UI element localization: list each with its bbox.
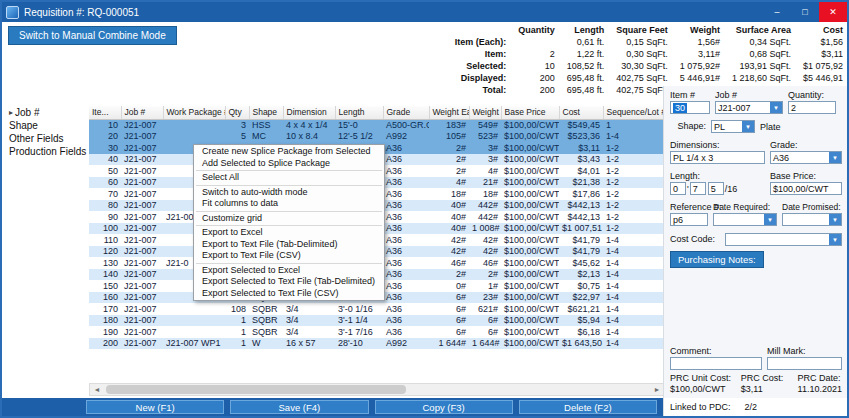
grid-cell[interactable]: 621# [469,303,501,315]
grid-cell[interactable]: A36 [383,257,429,269]
grid-cell[interactable]: 4# [469,165,501,177]
grid-cell[interactable]: $621,21 [559,303,603,315]
grid-cell[interactable]: 1 008# [469,223,501,235]
grid-cell[interactable]: 4# [429,177,469,189]
grid-cell[interactable]: 21# [469,177,501,189]
grid-cell[interactable]: A36 [383,269,429,281]
chevron-down-icon[interactable]: ▼ [770,102,782,113]
grid-cell[interactable]: SQBR [249,326,283,338]
grid-cell[interactable]: 1-2 [603,154,664,166]
grid-cell[interactable]: A36 [383,223,429,235]
grid-cell[interactable]: A36 [383,177,429,189]
grid-cell[interactable]: $3,11 [559,142,603,154]
grid-cell[interactable]: 1-2 [603,211,664,223]
grid-cell[interactable]: 120 [89,246,121,258]
grid-cell[interactable]: A36 [383,154,429,166]
grid-cell[interactable]: 1 644# [469,338,501,350]
grid-cell[interactable]: J21-007 [121,188,163,200]
minimize-button[interactable]: – [763,2,791,22]
grid-cell[interactable]: HSS [249,119,283,131]
context-menu-item-create-new-splice-package-from-selected[interactable]: Create new Splice Package from Selected [194,146,384,158]
grid-cell[interactable]: A36 [383,234,429,246]
chevron-down-icon[interactable]: ▼ [764,214,776,225]
grid-cell[interactable]: 90 [89,211,121,223]
column-header-weight[interactable]: Weight [469,106,501,119]
grid-cell[interactable]: 200 [89,338,121,350]
context-menu-item-export-selected-to-text-file-tab-delimited[interactable]: Export Selected to Text File (Tab-Delimi… [194,276,384,288]
grid-cell[interactable]: 170 [89,303,121,315]
scroll-right-icon[interactable]: ► [650,384,664,395]
column-header-ite[interactable]: Ite... [89,106,121,119]
item-number-field[interactable]: 30 [670,101,710,114]
chevron-down-icon[interactable]: ▼ [829,234,841,245]
context-menu-item-select-all[interactable]: Select All [194,172,384,184]
grid-cell[interactable]: $1 007,51 [559,223,603,235]
grid-cell[interactable]: J21-007 [121,315,163,327]
column-header-job[interactable]: Job # [121,106,163,119]
linked-to-pdc-value[interactable]: 2/2 [745,402,758,412]
grid-cell[interactable]: J21-007 [121,142,163,154]
grid-cell[interactable]: A36 [383,165,429,177]
grid-cell[interactable]: 6# [469,315,501,327]
grid-cell[interactable]: 2# [469,269,501,281]
grid-cell[interactable]: 1-2 [603,200,664,212]
grid-cell[interactable]: $100,00/CWT [501,234,559,246]
grid-cell[interactable]: $100,00/CWT [501,200,559,212]
grid-cell[interactable] [163,326,225,338]
grid-cell[interactable]: 1-2 [603,142,664,154]
grid-cell[interactable]: 12'-5 1/2 [335,131,383,143]
grid-cell[interactable]: 130 [89,257,121,269]
grid-cell[interactable]: 18# [429,188,469,200]
grid-cell[interactable]: $100,00/CWT [501,177,559,189]
context-menu-item-fit-columns-to-data[interactable]: Fit columns to data [194,198,384,210]
grid-cell[interactable]: 1-4 [603,338,664,350]
grid-cell[interactable]: 6# [429,326,469,338]
grid-cell[interactable]: 46# [469,257,501,269]
grid-cell[interactable]: 18# [469,188,501,200]
grid-cell[interactable]: 549# [469,119,501,131]
groupby-item-other-fields[interactable]: Other Fields [5,132,87,145]
chevron-down-icon[interactable]: ▼ [829,152,841,163]
grid-cell[interactable]: $100,00/CWT [501,269,559,281]
grid-cell[interactable]: 442# [469,200,501,212]
grid-cell[interactable] [163,119,225,131]
grid-cell[interactable]: $100,00/CWT [501,165,559,177]
grid-cell[interactable]: 1-2 [603,177,664,189]
grid-cell[interactable]: 1 644# [429,338,469,350]
length-feet-field[interactable]: 0 [670,182,686,195]
grid-cell[interactable]: 3'-0 1/16 [335,303,383,315]
grid-cell[interactable]: SQBR [249,315,283,327]
grid-cell[interactable]: $22,97 [559,292,603,304]
grid-cell[interactable]: A36 [383,326,429,338]
grid-cell[interactable]: $2,13 [559,269,603,281]
grid-cell[interactable]: 42# [469,234,501,246]
grid-cell[interactable]: 40 [89,154,121,166]
horizontal-scrollbar[interactable]: ◄ ► [89,383,665,396]
grid-cell[interactable] [163,131,225,143]
grid-cell[interactable]: 1-4 [603,131,664,143]
reference-field[interactable]: p6 [670,213,708,226]
grid-cell[interactable]: $100,00/CWT [501,315,559,327]
grid-cell[interactable]: 60 [89,177,121,189]
grid-cell[interactable]: 4 x 4 x 1/4 [283,119,335,131]
grid-cell[interactable]: 0# [429,280,469,292]
grid-cell[interactable]: J21-007 [121,257,163,269]
grid-cell[interactable]: 28'-10 [335,338,383,350]
grid-cell[interactable]: 1 [603,119,664,131]
length-inches-field[interactable]: 7 [690,182,706,195]
grid-cell[interactable]: $100,00/CWT [501,131,559,143]
grid-cell[interactable]: A36 [383,280,429,292]
grid-cell[interactable]: $100,00/CWT [501,119,559,131]
grid-cell[interactable]: A36 [383,246,429,258]
grid-row[interactable]: 190J21-0071SQBR3/43'-1 7/16A366#6#$100,0… [89,326,664,338]
chevron-down-icon[interactable]: ▼ [829,214,841,225]
cost-code-combo[interactable]: ▼ [725,233,842,246]
column-header-qty[interactable]: Qty [225,106,249,119]
grid-cell[interactable]: $45,62 [559,257,603,269]
purchasing-notes-button[interactable]: Purchasing Notes: [670,251,764,268]
grid-cell[interactable]: 1-4 [603,303,664,315]
date-promised-combo[interactable]: ▼ [782,213,842,226]
grid-cell[interactable]: 2# [429,165,469,177]
grid-cell[interactable]: $1 643,50 [559,338,603,350]
grid-cell[interactable]: SQBR [249,303,283,315]
